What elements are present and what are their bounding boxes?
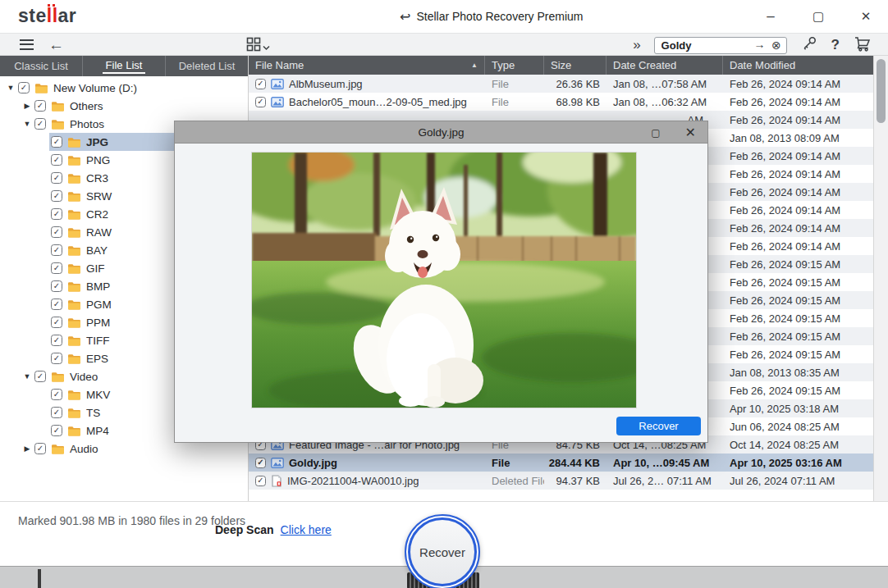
expand-icon[interactable]: ▶	[21, 102, 33, 110]
tree-checkbox[interactable]: ✓	[51, 262, 62, 274]
search-input[interactable]	[654, 37, 787, 54]
table-row-albmuseum-jpg[interactable]: ✓AlbMuseum.jpgFile26.36 KBJan 08, …07:58…	[249, 75, 873, 93]
file-name: Goldy.jpg	[289, 457, 337, 469]
tree-checkbox[interactable]: ✓	[51, 208, 62, 220]
preview-recover-button[interactable]: Recover	[616, 417, 701, 435]
tree-checkbox[interactable]: ✓	[34, 443, 46, 454]
tree-checkbox[interactable]: ✓	[51, 226, 62, 238]
tree-checkbox[interactable]: ✓	[34, 371, 46, 382]
tree-checkbox[interactable]: ✓	[51, 136, 62, 148]
search-go-icon[interactable]: →	[754, 38, 766, 51]
folder-icon	[67, 154, 81, 166]
tab-deleted-list[interactable]: Deleted List	[166, 56, 248, 76]
image-file-icon	[271, 79, 284, 89]
preview-title: Goldy.jpg	[418, 126, 464, 139]
view-mode-icon[interactable]	[246, 37, 270, 52]
date-modified: Feb 26, 2024 09:14 AM	[723, 219, 873, 237]
column-header-size[interactable]: Size	[544, 56, 606, 75]
scrollbar-thumb[interactable]	[877, 59, 886, 123]
tree-item-label: New Volume (D:)	[53, 82, 137, 94]
tree-item-label: Photos	[70, 118, 104, 130]
column-header-type[interactable]: Type	[485, 56, 544, 75]
expand-icon[interactable]: ▶	[21, 444, 33, 453]
date-modified: Oct 14, 2024 08:25 AM	[723, 435, 873, 454]
tree-checkbox[interactable]: ✓	[51, 353, 62, 364]
table-row-bachelor05-moun-2-09-05-med-jpg[interactable]: ✓Bachelor05_moun…2-09-05_med.jpgFile68.9…	[249, 93, 873, 111]
recover-main-button[interactable]: Recover	[405, 514, 480, 588]
deep-scan-label: Deep Scan	[215, 523, 274, 536]
date-created: Jul 26, 2… 07:11 AM	[606, 472, 723, 490]
activation-key-icon[interactable]	[801, 35, 817, 55]
tree-checkbox[interactable]: ✓	[51, 154, 62, 166]
tab-file-list[interactable]: File List	[83, 56, 166, 76]
tree-item-label: CR2	[86, 208, 108, 221]
preview-titlebar[interactable]: Goldy.jpg ▢ ✕	[175, 121, 707, 144]
date-modified: Feb 26, 2024 09:15 AM	[723, 273, 873, 291]
tree-checkbox[interactable]: ✓	[18, 82, 30, 93]
table-row-goldy-jpg[interactable]: ✓Goldy.jpgFile284.44 KBApr 10, …09:45 AM…	[249, 454, 873, 472]
tree-item-others[interactable]: ▶✓Others	[0, 97, 248, 115]
tree-item-label: PGM	[86, 299, 112, 311]
collapse-icon[interactable]: ▼	[21, 372, 33, 381]
tree-checkbox[interactable]: ✓	[34, 118, 46, 130]
folder-icon	[67, 244, 81, 256]
status-footer: Marked 901.98 MB in 1980 files in 29 fol…	[0, 502, 888, 566]
tree-item-label: Others	[70, 100, 103, 112]
minimize-button[interactable]: –	[763, 8, 778, 25]
row-checkbox[interactable]: ✓	[255, 458, 266, 468]
file-name: Bachelor05_moun…2-09-05_med.jpg	[289, 96, 467, 108]
close-button[interactable]: ✕	[858, 9, 873, 24]
toolbar-overflow-icon[interactable]: »	[633, 37, 639, 53]
maximize-button[interactable]: ▢	[811, 9, 826, 24]
tree-checkbox[interactable]: ✓	[34, 100, 46, 112]
tab-classic-list[interactable]: Classic List	[0, 56, 83, 76]
tree-item-label: TIFF	[86, 335, 110, 347]
file-size: 284.44 KB	[544, 454, 606, 472]
date-modified: Feb 26, 2024 09:14 AM	[723, 201, 873, 219]
folder-icon	[67, 335, 81, 346]
tree-checkbox[interactable]: ✓	[51, 190, 62, 202]
folder-icon	[51, 371, 65, 382]
back-icon[interactable]: ←	[48, 37, 64, 52]
tree-item-new-volume-d-[interactable]: ▼✓New Volume (D:)	[0, 79, 248, 97]
preview-close-icon[interactable]: ✕	[685, 125, 696, 140]
file-size: 94.37 KB	[544, 472, 606, 490]
column-header-file-name[interactable]: File Name▲	[249, 56, 485, 75]
table-header: File Name▲ Type Size Date Created Date M…	[249, 56, 873, 75]
tree-item-label: PPM	[86, 317, 110, 329]
deep-scan-link[interactable]: Click here	[281, 523, 332, 536]
row-checkbox[interactable]: ✓	[255, 476, 266, 486]
date-modified: Feb 26, 2024 09:15 AM	[723, 309, 873, 327]
row-checkbox[interactable]: ✓	[255, 79, 266, 89]
folder-icon	[67, 317, 81, 328]
collapse-icon[interactable]: ▼	[5, 84, 16, 92]
tree-checkbox[interactable]: ✓	[51, 335, 62, 346]
tree-checkbox[interactable]: ✓	[51, 172, 62, 184]
table-row-img-20211004-wa0010-jpg[interactable]: ✓IMG-20211004-WA0010.jpgDeleted File94.3…	[249, 472, 873, 490]
column-header-date-created[interactable]: Date Created	[606, 56, 723, 75]
help-icon[interactable]: ?	[831, 37, 840, 53]
tree-checkbox[interactable]: ✓	[51, 389, 62, 400]
image-file-icon	[271, 458, 284, 468]
date-created: Jan 08, …06:32 AM	[606, 93, 723, 111]
tree-checkbox[interactable]: ✓	[51, 280, 62, 292]
preview-maximize-icon[interactable]: ▢	[651, 127, 660, 139]
column-header-date-modified[interactable]: Date Modified	[723, 56, 873, 75]
collapse-icon[interactable]: ▼	[21, 120, 33, 128]
menu-icon[interactable]	[20, 39, 34, 50]
vertical-scrollbar[interactable]	[873, 56, 888, 501]
tree-checkbox[interactable]: ✓	[51, 299, 62, 310]
tree-item-label: Video	[70, 371, 98, 383]
tree-checkbox[interactable]: ✓	[51, 425, 62, 436]
date-modified: Feb 26, 2024 09:15 AM	[723, 327, 873, 345]
date-modified: Feb 26, 2024 09:14 AM	[723, 237, 873, 255]
date-modified: Feb 26, 2024 09:14 AM	[723, 165, 873, 183]
tree-checkbox[interactable]: ✓	[51, 244, 62, 256]
file-name: IMG-20211004-WA0010.jpg	[287, 475, 419, 487]
cart-icon[interactable]	[854, 36, 872, 55]
tree-checkbox[interactable]: ✓	[51, 407, 62, 418]
image-file-icon	[271, 97, 284, 107]
row-checkbox[interactable]: ✓	[255, 97, 266, 107]
search-clear-icon[interactable]: ⊗	[771, 39, 781, 52]
tree-checkbox[interactable]: ✓	[51, 317, 62, 328]
